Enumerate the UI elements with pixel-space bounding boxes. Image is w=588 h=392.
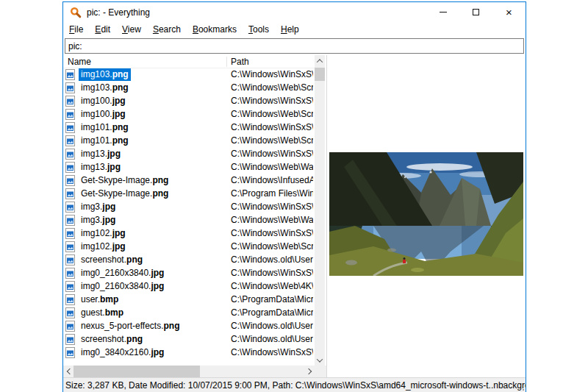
- file-path: C:\Windows\WinSxS\a: [231, 121, 313, 134]
- file-path: C:\Windows.old\Users: [231, 333, 313, 346]
- column-header-name[interactable]: Name: [68, 56, 91, 68]
- minimize-icon: [440, 12, 447, 13]
- image-file-icon: [65, 241, 75, 252]
- menu-view[interactable]: View: [116, 23, 147, 37]
- menu-search[interactable]: Search: [147, 23, 187, 37]
- column-header-row: Name Path: [63, 55, 315, 68]
- image-file-icon: [65, 69, 75, 80]
- file-row[interactable]: screenshot.png C:\Windows.old\Users: [63, 254, 315, 267]
- file-row[interactable]: img103.png C:\Windows\WinSxS\a: [63, 68, 315, 82]
- image-file-icon: [65, 175, 75, 186]
- file-path: C:\Windows\WinSxS\a: [231, 148, 313, 160]
- chevron-right-icon: [305, 368, 311, 374]
- file-row[interactable]: img100.jpg C:\Windows\Web\Scr: [63, 108, 315, 121]
- scroll-left-button[interactable]: [63, 366, 74, 377]
- image-file-icon: [65, 122, 75, 133]
- file-path: C:\Windows\WinSxS\a: [231, 95, 313, 107]
- file-row[interactable]: img102.jpg C:\Windows\WinSxS\a: [63, 227, 315, 240]
- scrollbar-corner: [315, 366, 326, 377]
- file-row[interactable]: Get-Skype-Image.png C:\Program Files\Win: [63, 188, 315, 201]
- vertical-scrollbar[interactable]: [315, 55, 325, 366]
- file-path: C:\Windows\Web\Scr: [231, 240, 313, 253]
- menu-bar: File Edit View Search Bookmarks Tools He…: [63, 22, 526, 38]
- file-row[interactable]: img0_3840x2160.jpg C:\Windows\WinSxS\a: [63, 346, 315, 360]
- scroll-right-button[interactable]: [304, 366, 315, 377]
- search-input[interactable]: [65, 38, 524, 54]
- file-path: C:\Windows\Web\Wa: [231, 161, 313, 174]
- file-list-body: img103.png C:\Windows\WinSxS\a img103.pn…: [63, 68, 315, 366]
- file-path: C:\Program Files\Win: [231, 188, 313, 200]
- file-name: img101.png: [79, 121, 131, 134]
- file-path: C:\Windows\WinSxS\a: [231, 201, 313, 213]
- file-name: img3.jpg: [79, 214, 118, 227]
- maximize-button[interactable]: [459, 2, 492, 22]
- file-row[interactable]: img102.jpg C:\Windows\Web\Scr: [63, 240, 315, 254]
- close-button[interactable]: ×: [492, 2, 526, 22]
- image-file-icon: [65, 228, 75, 239]
- column-separator[interactable]: [226, 57, 227, 67]
- file-row[interactable]: img0_2160x3840.jpg C:\Windows\WinSxS\a: [63, 267, 315, 280]
- image-file-icon: [65, 215, 75, 226]
- minimize-button[interactable]: [426, 2, 459, 22]
- scroll-down-button[interactable]: [315, 354, 325, 366]
- file-row[interactable]: guest.bmp C:\ProgramData\Micr: [63, 307, 315, 320]
- image-file-icon: [65, 109, 75, 120]
- scroll-up-button[interactable]: [315, 55, 325, 66]
- everything-window: pic: - Everything × File Edit View Searc…: [62, 1, 526, 392]
- vertical-scrollbar-thumb[interactable]: [315, 68, 325, 81]
- file-name: Get-Skype-Image.png: [79, 188, 171, 200]
- file-path: C:\Windows\WinSxS\a: [231, 267, 313, 279]
- file-name: img101.png: [79, 135, 131, 147]
- menu-tools[interactable]: Tools: [243, 23, 275, 37]
- menu-edit[interactable]: Edit: [89, 23, 116, 37]
- image-file-icon: [65, 321, 75, 332]
- image-file-icon: [65, 188, 75, 199]
- file-path: C:\ProgramData\Micr: [231, 293, 313, 306]
- file-name: img13.jpg: [79, 148, 123, 160]
- file-path: C:\Windows\Web\4K\: [231, 280, 313, 293]
- resize-grip-icon[interactable]: [523, 389, 524, 391]
- status-text: Size: 3,287 KB, Date Modified: 10/07/201…: [65, 380, 526, 391]
- image-file-icon: [65, 307, 75, 318]
- file-row[interactable]: img100.jpg C:\Windows\WinSxS\a: [63, 95, 315, 108]
- file-row[interactable]: Get-Skype-Image.png C:\Windows\InfusedA: [63, 174, 315, 188]
- horizontal-scrollbar-thumb[interactable]: [74, 366, 200, 377]
- file-path: C:\Windows\Web\Scr: [231, 108, 313, 121]
- image-file-icon: [65, 149, 75, 160]
- file-row[interactable]: img101.png C:\Windows\WinSxS\a: [63, 121, 315, 135]
- column-header-path[interactable]: Path: [231, 56, 249, 68]
- title-bar[interactable]: pic: - Everything ×: [63, 2, 526, 22]
- chevron-down-icon: [317, 356, 323, 362]
- file-path: C:\Windows\WinSxS\a: [231, 227, 313, 240]
- file-path: C:\Windows.old\Users: [231, 320, 313, 332]
- file-path: C:\Windows.old\Users: [231, 254, 313, 266]
- file-row[interactable]: img0_2160x3840.jpg C:\Windows\Web\4K\: [63, 280, 315, 293]
- file-row[interactable]: img13.jpg C:\Windows\WinSxS\a: [63, 148, 315, 161]
- file-row[interactable]: user.bmp C:\ProgramData\Micr: [63, 293, 315, 307]
- file-name: nexus_5-port-effects.png: [79, 320, 182, 332]
- horizontal-scrollbar[interactable]: [63, 366, 315, 377]
- image-file-icon: [65, 254, 75, 266]
- image-file-icon: [65, 347, 75, 358]
- file-row[interactable]: img103.png C:\Windows\Web\Scr: [63, 82, 315, 95]
- file-row[interactable]: img3.jpg C:\Windows\Web\Wa: [63, 214, 315, 227]
- file-row[interactable]: screenshot.png C:\Windows.old\Users: [63, 333, 315, 346]
- preview-image: [329, 152, 523, 276]
- file-row[interactable]: img3.jpg C:\Windows\WinSxS\a: [63, 201, 315, 214]
- file-name: img102.jpg: [79, 227, 128, 240]
- image-file-icon: [65, 334, 75, 345]
- file-name: Get-Skype-Image.png: [79, 174, 171, 187]
- file-row[interactable]: img13.jpg C:\Windows\Web\Wa: [63, 161, 315, 174]
- file-path: C:\Windows\InfusedA: [231, 174, 313, 187]
- file-name: img3.jpg: [79, 201, 118, 213]
- menu-help[interactable]: Help: [275, 23, 305, 37]
- file-row[interactable]: nexus_5-port-effects.png C:\Windows.old\…: [63, 320, 315, 333]
- file-name: img0_2160x3840.jpg: [79, 280, 166, 293]
- file-name: img0_2160x3840.jpg: [79, 267, 166, 279]
- file-path: C:\Windows\WinSxS\a: [231, 68, 313, 81]
- file-name: guest.bmp: [79, 307, 126, 319]
- menu-bookmarks[interactable]: Bookmarks: [187, 23, 243, 37]
- file-path: C:\Windows\Web\Scr: [231, 82, 313, 94]
- file-row[interactable]: img101.png C:\Windows\Web\Scr: [63, 135, 315, 148]
- menu-file[interactable]: File: [63, 23, 89, 37]
